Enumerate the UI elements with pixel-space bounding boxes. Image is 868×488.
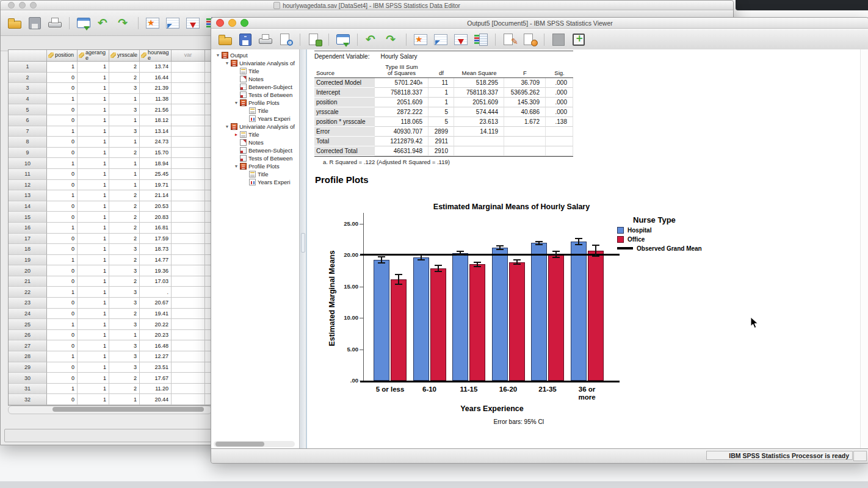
data-cell[interactable] xyxy=(172,115,205,126)
minimize-button[interactable] xyxy=(19,2,26,9)
data-cell[interactable] xyxy=(172,180,205,191)
data-cell[interactable]: 1 xyxy=(78,351,109,362)
data-cell[interactable]: 1 xyxy=(78,190,109,201)
close-button[interactable] xyxy=(216,19,224,27)
outline-item[interactable]: Notes xyxy=(211,75,299,83)
data-cell[interactable]: 3 xyxy=(109,362,140,373)
data-cell[interactable] xyxy=(172,276,205,287)
outline-item[interactable]: ▼Univariate Analysis of xyxy=(211,123,299,131)
tests-of-between-subjects-table[interactable]: Dependent Variable:Hourly Salary SourceT… xyxy=(314,51,573,165)
row-number-cell[interactable]: 30 xyxy=(9,373,47,384)
scrollbar-thumb[interactable] xyxy=(215,442,264,447)
data-cell[interactable]: 0 xyxy=(47,212,78,223)
row-number-cell[interactable]: 19 xyxy=(9,255,47,266)
row-number-cell[interactable]: 9 xyxy=(9,148,47,159)
data-cell[interactable]: 1 xyxy=(78,234,109,245)
splitter-handle[interactable] xyxy=(301,233,305,253)
row-number-cell[interactable]: 31 xyxy=(9,384,47,395)
data-cell[interactable]: 1 xyxy=(78,330,109,341)
row-number-cell[interactable]: 14 xyxy=(9,201,47,212)
data-cell[interactable]: 16.44 xyxy=(140,73,172,84)
data-cell[interactable]: 1 xyxy=(78,94,109,105)
outline-item[interactable]: Title xyxy=(211,170,299,178)
data-cell[interactable]: 1 xyxy=(78,384,109,395)
data-cell[interactable]: 13.14 xyxy=(140,126,172,137)
column-header-var[interactable]: var xyxy=(172,50,205,62)
zoom-button[interactable] xyxy=(241,19,248,27)
data-cell[interactable]: 1 xyxy=(78,319,109,330)
outline-item[interactable]: ▼Profile Plots xyxy=(211,99,299,107)
data-cell[interactable] xyxy=(172,351,205,362)
data-cell[interactable]: 1 xyxy=(78,62,109,73)
data-cell[interactable]: 3 xyxy=(109,319,140,330)
data-cell[interactable] xyxy=(172,158,205,169)
data-cell[interactable]: 0 xyxy=(47,309,78,320)
data-cell[interactable]: 20.22 xyxy=(140,319,172,330)
data-cell[interactable] xyxy=(172,340,205,351)
data-cell[interactable]: 2 xyxy=(109,212,140,223)
data-cell[interactable] xyxy=(172,223,205,234)
data-cell[interactable]: 1 xyxy=(78,83,109,94)
data-cell[interactable]: 0 xyxy=(47,330,78,341)
data-cell[interactable]: 0 xyxy=(47,234,78,245)
column-header-yrsscale[interactable]: yrsscale xyxy=(109,50,140,62)
data-cell[interactable] xyxy=(172,190,205,201)
goto-case-icon[interactable] xyxy=(413,32,429,47)
column-header-position[interactable]: position xyxy=(47,50,78,62)
data-cell[interactable]: 21.39 xyxy=(140,83,172,94)
data-cell[interactable]: 1 xyxy=(78,362,109,373)
data-cell[interactable] xyxy=(172,169,205,180)
data-cell[interactable]: 1 xyxy=(78,212,109,223)
scrollbar-thumb[interactable] xyxy=(52,407,204,412)
row-number-cell[interactable]: 25 xyxy=(9,319,47,330)
data-cell[interactable]: 0 xyxy=(47,104,78,115)
data-cell[interactable] xyxy=(172,265,205,276)
data-cell[interactable]: 3 xyxy=(109,83,140,94)
data-cell[interactable]: 15.70 xyxy=(140,148,172,159)
undo-icon[interactable] xyxy=(96,16,112,30)
row-number-cell[interactable]: 10 xyxy=(9,158,47,169)
outline-item[interactable]: Title xyxy=(211,107,299,115)
data-cell[interactable]: 17.03 xyxy=(140,276,172,287)
data-cell[interactable]: 1 xyxy=(78,265,109,276)
data-cell[interactable]: 21.14 xyxy=(140,190,172,201)
output-outline-pane[interactable]: ▼Output▼Univariate Analysis ofTitleNotes… xyxy=(211,49,300,449)
data-cell[interactable]: 1 xyxy=(78,223,109,234)
data-cell[interactable] xyxy=(172,62,205,73)
output-content-pane[interactable]: Dependent Variable:Hourly Salary SourceT… xyxy=(306,49,868,449)
data-cell[interactable]: 1 xyxy=(47,62,78,73)
data-cell[interactable]: 2 xyxy=(109,201,140,212)
data-cell[interactable]: 1 xyxy=(109,137,140,148)
insert-variable-icon[interactable] xyxy=(185,16,201,30)
data-cell[interactable]: 21.56 xyxy=(140,104,172,115)
row-number-cell[interactable]: 8 xyxy=(9,137,47,148)
data-cell[interactable]: 1 xyxy=(47,223,78,234)
data-cell[interactable]: 0 xyxy=(47,276,78,287)
goto-variable-icon[interactable] xyxy=(165,16,181,30)
data-cell[interactable] xyxy=(172,137,205,148)
data-cell[interactable]: 1 xyxy=(47,126,78,137)
data-cell[interactable]: 2 xyxy=(109,276,140,287)
content-vertical-scrollbar[interactable] xyxy=(860,49,868,449)
data-cell[interactable] xyxy=(172,94,205,105)
data-cell[interactable]: 1 xyxy=(78,309,109,320)
data-cell[interactable]: 1 xyxy=(78,244,109,255)
data-cell[interactable]: 1 xyxy=(78,137,109,148)
data-cell[interactable]: 1 xyxy=(109,394,140,405)
data-cell[interactable]: 3 xyxy=(109,104,140,115)
variables-icon[interactable] xyxy=(473,32,489,47)
data-cell[interactable]: 2 xyxy=(109,234,140,245)
data-cell[interactable]: 13.74 xyxy=(140,62,172,73)
data-cell[interactable]: 19.36 xyxy=(140,265,172,276)
data-cell[interactable]: 1 xyxy=(78,148,109,159)
row-number-cell[interactable]: 29 xyxy=(9,362,47,373)
data-cell[interactable] xyxy=(172,234,205,245)
data-cell[interactable]: 0 xyxy=(47,340,78,351)
goto-case-icon[interactable] xyxy=(145,16,161,30)
data-cell[interactable]: 1 xyxy=(109,330,140,341)
data-cell[interactable]: 1 xyxy=(78,255,109,266)
outline-item[interactable]: Tests of Between xyxy=(211,154,299,162)
outline-item[interactable]: Title xyxy=(211,67,299,75)
data-cell[interactable] xyxy=(172,244,205,255)
data-cell[interactable]: 1 xyxy=(109,169,140,180)
